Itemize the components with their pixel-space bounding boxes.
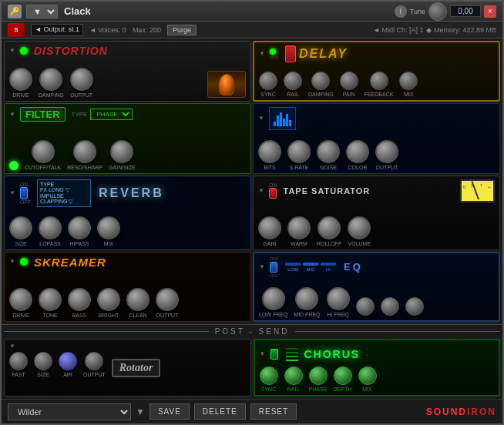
midfreq-knob[interactable] bbox=[295, 287, 318, 310]
reverb-mix-knob[interactable] bbox=[97, 216, 120, 239]
lowfreq-knob[interactable] bbox=[262, 287, 285, 310]
chorus-switch[interactable] bbox=[270, 349, 278, 360]
info-button[interactable]: i bbox=[395, 5, 407, 18]
fast-knob[interactable] bbox=[9, 352, 28, 370]
filter-on-indicator[interactable] bbox=[9, 161, 18, 170]
rail-knob[interactable] bbox=[284, 72, 302, 90]
delete-button[interactable]: DELETE bbox=[194, 403, 246, 420]
hipass-knob[interactable] bbox=[68, 216, 91, 239]
eq-title: EQ bbox=[344, 261, 363, 273]
sk-output-knob[interactable] bbox=[156, 288, 179, 311]
cho-rail: RAIL bbox=[284, 366, 303, 392]
cho-depth-label: DEPTH bbox=[334, 387, 352, 392]
title-dropdown[interactable]: ▼ bbox=[26, 5, 58, 18]
rot-output-knob[interactable] bbox=[85, 352, 103, 370]
distortion-toggle[interactable]: ▼ bbox=[9, 47, 17, 55]
effects-grid: ▼ DISTORTION DRIVE DAMPING OUTPUT bbox=[2, 38, 502, 324]
sk-bright-knob[interactable] bbox=[97, 288, 120, 311]
eq-bar-3 bbox=[321, 263, 336, 266]
distortion-on-btn[interactable] bbox=[20, 47, 28, 55]
svg-text:∞: ∞ bbox=[488, 185, 491, 189]
tune-knob[interactable] bbox=[428, 2, 447, 21]
tape-toggle[interactable]: ▼ bbox=[258, 187, 266, 195]
rotator-toggle[interactable]: ▼ bbox=[9, 343, 17, 350]
cho-mix-knob[interactable] bbox=[358, 366, 377, 385]
bits-knob[interactable] bbox=[258, 140, 281, 163]
color-knob[interactable] bbox=[346, 140, 369, 163]
rot-size-knob[interactable] bbox=[34, 352, 52, 370]
eq-toggle[interactable]: ▼ bbox=[259, 263, 267, 271]
delay-mix-knob[interactable] bbox=[399, 72, 418, 90]
srate-knob[interactable] bbox=[287, 140, 311, 163]
crush-output-label: OUTPUT bbox=[376, 165, 398, 170]
reso-knob[interactable] bbox=[73, 140, 96, 163]
rolloff-knob[interactable] bbox=[318, 216, 341, 239]
lopass-knob[interactable] bbox=[39, 216, 62, 239]
air-label: AIR bbox=[63, 372, 72, 377]
eq-k4 bbox=[356, 297, 375, 317]
filter-type-select[interactable]: PHASER▼ bbox=[90, 109, 133, 120]
hifreq-knob[interactable] bbox=[327, 287, 350, 310]
cho-depth-knob[interactable] bbox=[334, 366, 352, 385]
warm-knob[interactable] bbox=[287, 216, 311, 239]
eq-lowfreq: LOW FREQ bbox=[259, 287, 287, 317]
reverb-type-line4[interactable]: CLAPPING ▽ bbox=[40, 199, 88, 205]
crush-output-knob[interactable] bbox=[375, 140, 398, 163]
sync-knob[interactable] bbox=[259, 72, 277, 90]
cho-sync-label: SYNC bbox=[261, 387, 276, 392]
title-bar: 🔑 ▼ Clack i Tune 0,00 × bbox=[2, 2, 502, 22]
tape-gain-label: GAIN bbox=[263, 241, 276, 246]
tape-warm: WARM bbox=[287, 216, 311, 246]
reverb-type-line2[interactable]: FX LONG ▽ bbox=[40, 187, 88, 193]
reverb-toggle[interactable]: ▼ bbox=[9, 189, 17, 197]
eq-low-label: LOW bbox=[285, 267, 301, 272]
post-send-section: POST - SEND ▼ FAST SIZE bbox=[2, 324, 502, 399]
sk-bass-knob[interactable] bbox=[68, 288, 91, 311]
sk-drive-knob[interactable] bbox=[9, 288, 32, 311]
chorus-toggle[interactable]: ▼ bbox=[260, 350, 267, 358]
filter-toggle[interactable]: ▼ bbox=[9, 111, 17, 119]
cho-phase-knob[interactable] bbox=[309, 366, 328, 385]
damp-knob[interactable] bbox=[311, 72, 330, 90]
eq-k6-knob[interactable] bbox=[405, 297, 424, 316]
reverb-switch[interactable] bbox=[20, 187, 28, 199]
delay-on-btn[interactable] bbox=[270, 49, 276, 55]
cutoff-knob[interactable] bbox=[32, 140, 55, 163]
purge-button[interactable]: Purge bbox=[167, 25, 197, 35]
damping-knob[interactable] bbox=[39, 68, 62, 91]
sk-tone-knob[interactable] bbox=[39, 288, 62, 311]
drive-knob[interactable] bbox=[9, 68, 32, 91]
delay-switch[interactable] bbox=[285, 45, 296, 62]
output-knob[interactable] bbox=[70, 68, 93, 91]
tape-volume: VOLUME bbox=[348, 216, 371, 246]
skreamer-on-btn[interactable] bbox=[20, 258, 28, 266]
gain-knob[interactable] bbox=[110, 140, 133, 163]
feedback-knob[interactable] bbox=[370, 72, 388, 90]
reset-button[interactable]: RESET bbox=[250, 403, 297, 420]
eq-midfreq: MID FREQ bbox=[294, 287, 320, 317]
crusher-toggle[interactable]: ▼ bbox=[258, 115, 266, 122]
eq-k4-knob[interactable] bbox=[356, 297, 375, 316]
close-button[interactable]: × bbox=[484, 5, 496, 18]
air-knob[interactable] bbox=[59, 352, 77, 370]
skreamer-toggle[interactable]: ▼ bbox=[9, 258, 17, 266]
size-knob[interactable] bbox=[9, 216, 32, 239]
delay-toggle[interactable]: ▼ bbox=[259, 50, 267, 58]
cho-rail-knob[interactable] bbox=[284, 366, 303, 385]
damp-label: DAMPING bbox=[308, 92, 334, 97]
preset-dropdown[interactable]: Wilder bbox=[8, 403, 131, 420]
preset-arrow[interactable]: ▼ bbox=[136, 407, 145, 417]
tape-switch[interactable] bbox=[269, 188, 277, 199]
tape-vol-knob[interactable] bbox=[348, 216, 371, 239]
save-button[interactable]: SAVE bbox=[150, 403, 190, 420]
noise-knob[interactable] bbox=[317, 140, 340, 163]
eq-switch[interactable] bbox=[270, 262, 277, 273]
cho-sync-knob[interactable] bbox=[260, 366, 278, 385]
crusher-noise: NOISE bbox=[317, 140, 340, 170]
sk-clean-knob[interactable] bbox=[126, 288, 150, 311]
midfreq-label: MID FREQ bbox=[294, 312, 320, 317]
pain-knob[interactable] bbox=[340, 72, 358, 90]
tape-gain-knob[interactable] bbox=[258, 216, 281, 239]
eq-k5-knob[interactable] bbox=[381, 297, 399, 316]
output-field[interactable]: ◄ Output: st.1 bbox=[31, 24, 83, 36]
